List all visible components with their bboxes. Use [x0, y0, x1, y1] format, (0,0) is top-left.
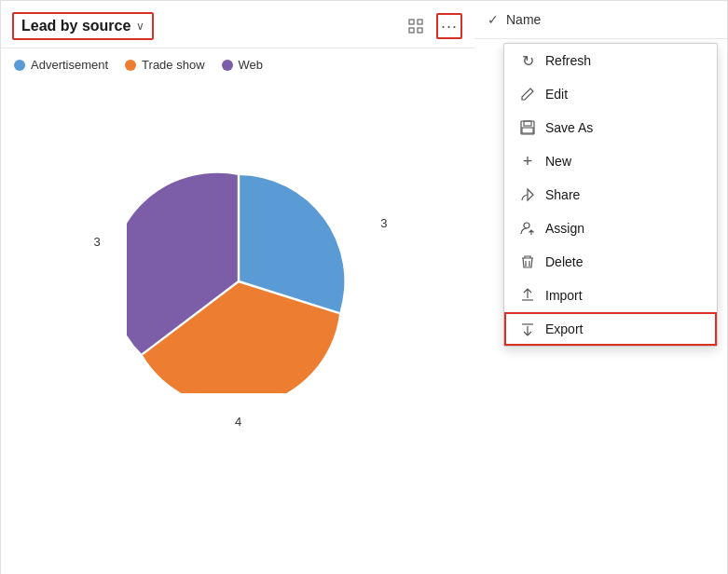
legend-item-tradeshow: Trade show [125, 58, 204, 72]
expand-button[interactable] [403, 13, 429, 39]
column-label: Name [506, 12, 541, 27]
menu-label-edit: Edit [545, 87, 568, 102]
pie-chart-wrapper: 3 3 4 [127, 170, 350, 393]
check-icon: ✓ [488, 12, 499, 27]
chart-label-tradeshow: 4 [235, 415, 241, 429]
chart-title-container: Lead by source ∨ [12, 12, 154, 40]
menu-item-new[interactable]: + New [504, 144, 717, 178]
chart-label-advertisement: 3 [380, 216, 387, 230]
menu-item-export[interactable]: Export [504, 312, 717, 346]
assign-icon [519, 220, 536, 237]
new-icon: + [519, 153, 536, 170]
pie-chart [127, 170, 350, 393]
legend-dot-web [222, 60, 233, 71]
chart-panel: Lead by source ∨ ··· [1, 1, 476, 574]
menu-label-share: Share [545, 187, 580, 202]
legend-dot-tradeshow [125, 60, 136, 71]
header-actions: ··· [403, 13, 462, 39]
legend-item-advertisement: Advertisement [14, 58, 108, 72]
menu-item-share[interactable]: Share [504, 178, 717, 212]
legend-label-advertisement: Advertisement [31, 58, 108, 72]
edit-icon [519, 86, 536, 102]
svg-rect-9 [522, 128, 533, 133]
main-container: Lead by source ∨ ··· [0, 0, 728, 574]
delete-icon [519, 253, 536, 270]
menu-item-edit[interactable]: Edit [504, 77, 717, 111]
menu-label-import: Import [545, 288, 583, 303]
svg-rect-3 [418, 28, 422, 33]
right-panel: ✓ Name ↻ Refresh Edit [474, 1, 727, 574]
refresh-icon: ↻ [519, 52, 536, 69]
menu-label-refresh: Refresh [545, 53, 591, 68]
menu-item-import[interactable]: Import [504, 279, 717, 312]
chevron-down-icon: ∨ [136, 20, 144, 33]
svg-rect-1 [418, 20, 422, 24]
menu-item-save-as[interactable]: Save As [504, 111, 717, 144]
menu-item-refresh[interactable]: ↻ Refresh [504, 44, 717, 77]
ellipsis-icon: ··· [441, 18, 458, 34]
share-icon [519, 186, 536, 203]
svg-rect-0 [409, 20, 414, 24]
chart-label-web: 3 [94, 235, 101, 249]
svg-point-10 [524, 223, 529, 228]
menu-item-delete[interactable]: Delete [504, 245, 717, 279]
menu-label-delete: Delete [545, 254, 583, 269]
import-icon [519, 287, 536, 304]
menu-label-export: Export [545, 321, 583, 336]
legend-item-web: Web [222, 58, 264, 72]
chart-title: Lead by source [21, 18, 130, 34]
svg-rect-8 [524, 121, 531, 126]
legend-dot-advertisement [14, 60, 25, 71]
svg-rect-2 [409, 28, 414, 33]
chart-legend: Advertisement Trade show Web [1, 48, 475, 81]
menu-label-save-as: Save As [545, 120, 593, 135]
legend-label-web: Web [239, 58, 264, 72]
menu-item-assign[interactable]: Assign [504, 212, 717, 245]
right-panel-header: ✓ Name [474, 1, 727, 39]
legend-label-tradeshow: Trade show [142, 58, 204, 72]
dropdown-menu: ↻ Refresh Edit [503, 43, 718, 347]
chart-header: Lead by source ∨ ··· [1, 1, 475, 48]
export-icon [519, 321, 536, 337]
more-options-button[interactable]: ··· [436, 13, 462, 39]
menu-label-new: New [545, 154, 571, 169]
chart-area: 3 3 4 [1, 81, 475, 482]
menu-label-assign: Assign [545, 221, 584, 236]
save-as-icon [519, 119, 536, 136]
